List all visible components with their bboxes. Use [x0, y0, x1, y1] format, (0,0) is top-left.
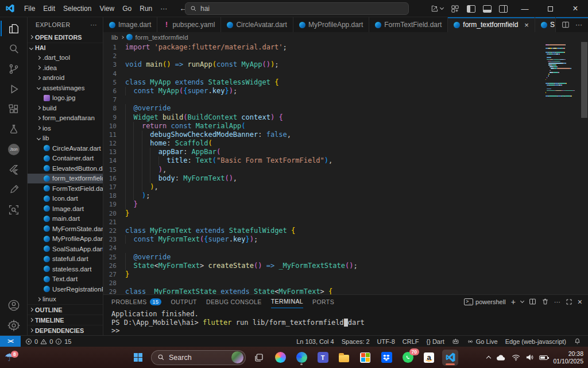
panel-tab-output[interactable]: OUTPUT — [171, 295, 197, 308]
toggle-secondary-sidebar-icon[interactable] — [499, 5, 508, 13]
status-crlf[interactable]: CRLF — [403, 338, 419, 345]
tree-item-logo-jpg[interactable]: logo.jpg — [28, 93, 103, 103]
tree-item-myformstate-dart[interactable]: MyFormState.dart — [28, 224, 103, 234]
activity-search[interactable] — [1, 39, 27, 59]
taskbar-copilot[interactable] — [272, 350, 288, 366]
code-line[interactable]: 16 body: MyFormText(), — [103, 174, 588, 183]
code-line[interactable]: 29class _MyFormTextState extends State<M… — [103, 288, 588, 294]
breadcrumb-item[interactable]: form_textformfield — [136, 34, 188, 41]
code-line[interactable]: 24 — [103, 244, 588, 252]
status-go-live[interactable]: Go Live — [467, 338, 498, 345]
code-line[interactable]: 25 @override — [103, 253, 588, 262]
clock[interactable]: 20:38 01/10/2025 — [553, 350, 583, 365]
sidebar-more-button[interactable]: ··· — [90, 21, 97, 28]
restore-button[interactable] — [537, 0, 563, 17]
taskbar-whatsapp[interactable]: 70 — [400, 350, 416, 366]
code-line[interactable]: 20} — [103, 209, 588, 218]
tab-form-textformfield[interactable]: form_textformfield× — [448, 17, 535, 32]
tab-pubspec-yaml[interactable]: !pubspec.yaml — [157, 17, 221, 32]
code-line[interactable]: 5class MyApp extends StatelessWidget { — [103, 78, 588, 87]
workspace-root[interactable]: HAI — [28, 43, 103, 53]
taskbar-dropbox[interactable] — [378, 350, 394, 366]
panel-tab-problems[interactable]: PROBLEMS15 — [111, 295, 161, 308]
tree-item--idea[interactable]: .idea — [28, 63, 103, 73]
code-editor[interactable]: 1import 'package:flutter/material.dart';… — [103, 42, 588, 294]
tray-expand-icon[interactable] — [486, 356, 491, 361]
wifi-icon[interactable] — [512, 354, 520, 361]
tab-formtextfield-dart[interactable]: FormTextField.dart — [369, 17, 448, 32]
editor-scrollbar[interactable] — [581, 42, 588, 294]
command-search-box[interactable]: hai — [185, 2, 409, 15]
taskbar-amazon[interactable]: a — [421, 350, 437, 366]
taskbar-search[interactable]: Search — [151, 350, 246, 365]
weather-widget[interactable]: ☂ 8 — [5, 351, 18, 364]
tab-myprofileapp-dart[interactable]: MyProfileApp.dart — [293, 17, 369, 32]
status-robot-button[interactable] — [452, 338, 459, 345]
activity-account[interactable] — [1, 295, 27, 315]
menu-selection[interactable]: Selection — [59, 2, 95, 15]
kill-terminal-icon[interactable] — [541, 298, 549, 305]
code-line[interactable]: 2 — [103, 52, 588, 60]
taskbar-teams[interactable]: T — [315, 350, 331, 366]
taskbar-file-explorer[interactable] — [336, 350, 352, 366]
new-terminal-button[interactable]: + — [511, 297, 516, 306]
code-line[interactable]: 7 — [103, 95, 588, 104]
more-actions-icon[interactable]: ··· — [554, 298, 560, 305]
menu-edit[interactable]: Edit — [39, 2, 59, 15]
code-line[interactable]: 19 } — [103, 200, 588, 209]
battery-icon[interactable] — [539, 355, 548, 360]
code-line[interactable]: 11 debugShowCheckedModeBanner: false, — [103, 131, 588, 139]
panel-tab-terminal[interactable]: TERMINAL — [271, 295, 303, 308]
status-utf-8[interactable]: UTF-8 — [377, 338, 395, 345]
activity-screencast[interactable] — [1, 200, 27, 220]
breadcrumb-item[interactable]: lib — [111, 34, 118, 41]
activity-explorer[interactable] — [1, 18, 27, 39]
problems-status[interactable]: 0 0 15 — [21, 338, 76, 345]
tree-item-lib[interactable]: lib — [28, 133, 103, 144]
tree-item-elevatedbutton-dart[interactable]: ElevatedButton.dart — [28, 163, 103, 174]
terminal-output[interactable]: Application finished.PS D:\App_Mobile\ha… — [103, 308, 588, 335]
tree-item-formtextfield-dart[interactable]: FormTextField.dart — [28, 183, 103, 194]
tab-close-icon[interactable]: × — [524, 21, 529, 29]
code-line[interactable]: 26 State<MyFormText> createState() => _M… — [103, 262, 588, 270]
tree-item-main-dart[interactable]: main.dart — [28, 214, 103, 224]
toggle-sidebar-icon[interactable] — [467, 5, 475, 13]
menu-view[interactable]: View — [95, 2, 118, 15]
code-line[interactable]: 28 — [103, 279, 588, 288]
scrollbar-thumb[interactable] — [581, 42, 587, 118]
tree-item-container-dart[interactable]: Container.dart — [28, 154, 103, 164]
code-line[interactable]: 9 Widget build(BuildContext context) { — [103, 113, 588, 122]
status--dart[interactable]: {} Dart — [427, 338, 444, 345]
volume-icon[interactable] — [525, 354, 534, 361]
tree-item-text-dart[interactable]: Text.dart — [28, 274, 103, 285]
tab-circleavatar-dart[interactable]: CircleAvatar.dart — [221, 17, 293, 32]
code-line[interactable]: 10 return const MaterialApp( — [103, 122, 588, 131]
tree-item-assets-images[interactable]: assets\images — [28, 83, 103, 93]
section-dependencies[interactable]: DEPENDENCIES — [28, 325, 103, 335]
status-edge-web-javascript-[interactable]: Edge (web-javascript) — [505, 338, 566, 345]
tree-item-image-dart[interactable]: Image.dart — [28, 204, 103, 214]
menu-file[interactable]: File — [20, 2, 39, 15]
status-bell-button[interactable] — [574, 338, 581, 345]
code-line[interactable]: 14 title: Text("Basic Form TextFormField… — [103, 156, 588, 165]
activity-json[interactable]: Json — [1, 139, 27, 159]
activity-testing[interactable] — [1, 119, 27, 139]
minimize-button[interactable]: — — [512, 0, 537, 17]
tree-item--dart-tool[interactable]: .dart_tool — [28, 53, 103, 63]
code-line[interactable]: 15 ), — [103, 166, 588, 174]
code-line[interactable]: 4 — [103, 70, 588, 78]
tree-item-stateless-dart[interactable]: stateless.dart — [28, 264, 103, 274]
section-timeline[interactable]: TIMELINE — [28, 315, 103, 325]
code-line[interactable]: 3void main() => runApp(const MyApp()); — [103, 60, 588, 69]
panel-tab-debug-console[interactable]: DEBUG CONSOLE — [206, 295, 262, 308]
taskbar-vscode[interactable] — [442, 350, 458, 366]
customize-layout-icon[interactable] — [451, 5, 459, 13]
code-line[interactable]: 23 const MyFormText({super.key}); — [103, 235, 588, 244]
section-outline[interactable]: OUTLINE — [28, 304, 103, 315]
menu-run[interactable]: Run — [136, 2, 156, 15]
launch-button[interactable] — [431, 5, 443, 13]
editor-more-actions-icon[interactable]: ··· — [575, 21, 582, 29]
code-line[interactable]: 13 appBar: AppBar( — [103, 148, 588, 156]
code-line[interactable]: 21 — [103, 218, 588, 227]
close-button[interactable]: × — [563, 0, 588, 17]
